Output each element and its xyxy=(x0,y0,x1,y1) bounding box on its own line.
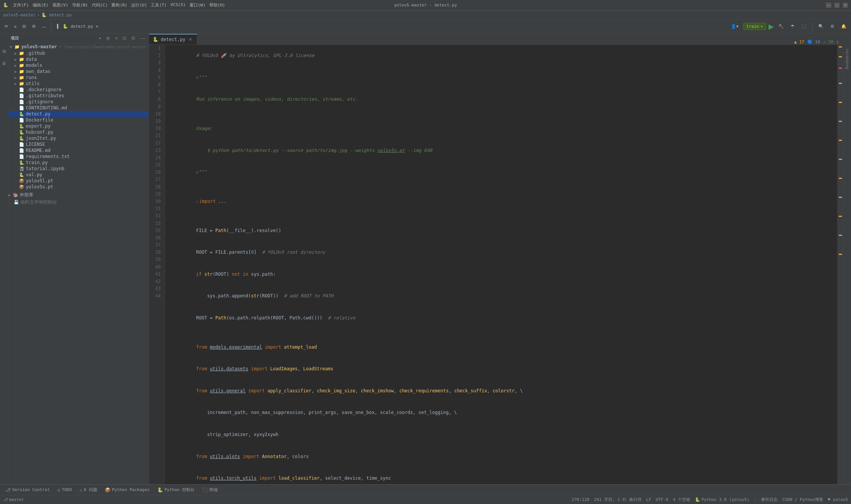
tree-item-github[interactable]: ▶ 📁 .github xyxy=(8,50,149,56)
tree-item-tutorial[interactable]: 📓 tutorial.ipynb xyxy=(8,166,149,172)
tree-item-license[interactable]: 📄 LICENSE xyxy=(8,141,149,147)
breadcrumb-file[interactable]: 🐍 detect.py xyxy=(41,13,72,17)
ln-8: 8 xyxy=(149,96,162,103)
tree-item-own-datas[interactable]: ▶ 📁 own_datas xyxy=(8,68,149,74)
menu-view[interactable]: 视图(V) xyxy=(52,2,68,8)
tree-item-runs[interactable]: ▶ 📁 runs xyxy=(8,74,149,81)
tree-item-train[interactable]: 🐍 train.py xyxy=(8,160,149,166)
find-button[interactable]: 🔍 xyxy=(816,22,826,32)
coverage-button[interactable]: ☂ xyxy=(788,22,797,32)
version-control-tab[interactable]: ⎇ Version Control xyxy=(2,487,54,493)
tree-item-requirements[interactable]: 📄 requirements.txt xyxy=(8,153,149,160)
user-icon-button[interactable]: 👤▾ xyxy=(729,22,741,32)
tree-root[interactable]: ▼ 📁 yolov5-master C:\Users\xieji\Downloa… xyxy=(8,43,149,50)
panel-more-button[interactable]: — xyxy=(139,35,146,41)
panel-collapse-all-button[interactable]: ≡ xyxy=(114,35,119,41)
menu-navigate[interactable]: 导航(N) xyxy=(72,2,88,8)
editor-tab-detect[interactable]: 🐍 detect.py ✕ xyxy=(149,34,197,44)
run-button[interactable]: ▶ xyxy=(769,22,774,31)
line-ending-status[interactable]: LF xyxy=(646,497,651,502)
bookmarks-tab[interactable]: 书签 xyxy=(2,68,7,68)
menu-bar: 文件(F) 编辑(E) 视图(V) 导航(N) 代码(C) 重构(R) 运行(U… xyxy=(13,2,225,8)
menu-window[interactable]: 窗口(W) xyxy=(190,2,206,8)
run-config-selector[interactable]: train ▾ xyxy=(743,23,766,30)
panel-filter-button[interactable]: ⊟ xyxy=(121,35,128,41)
python-version-status[interactable]: 🐍 Python 3.8 (yolov5) xyxy=(695,497,749,502)
breadcrumb-project[interactable]: yolov5-master xyxy=(3,13,36,17)
tree-item-dockerignore[interactable]: 📄 .dockerignore xyxy=(8,87,149,93)
panel-title: 项目 xyxy=(11,35,96,41)
notification-button[interactable]: 🔔 xyxy=(839,22,849,32)
settings-button[interactable]: ⚙ xyxy=(828,22,837,32)
settings-panel-button[interactable]: ⚙ xyxy=(30,22,38,32)
menu-run[interactable]: 运行(U) xyxy=(131,2,147,8)
version-control-icon: ⎇ xyxy=(5,487,11,493)
ln-37: 37 xyxy=(149,242,162,249)
tab-close-button[interactable]: ✕ xyxy=(188,37,193,42)
bookmarks-sidebar-label[interactable]: Bookmarks xyxy=(845,49,849,69)
tree-item-export[interactable]: 🐍 export.py xyxy=(8,123,149,129)
tree-item-json2txt[interactable]: 🐍 json2txt.py xyxy=(8,135,149,141)
title-bar-title: yolov5-master - detect.py xyxy=(394,3,457,8)
code-line-26: from utils.datasets import LoadImages, L… xyxy=(169,358,834,380)
maximize-button[interactable]: □ xyxy=(834,3,840,8)
menu-vcs[interactable]: VCS(S) xyxy=(171,2,186,8)
code-content[interactable]: # YOLOv5 🚀 by Ultralytics, GPL-3.0 licen… xyxy=(165,45,837,484)
tree-item-gitignore[interactable]: 📄 .gitignore xyxy=(8,99,149,105)
python-packages-tab[interactable]: 📦 Python Packages xyxy=(101,487,153,493)
tree-item-yolov5s[interactable]: 📦 yolov5s.pt xyxy=(8,184,149,190)
tree-item-external[interactable]: ▶ 📚 外部库 xyxy=(8,191,149,199)
menu-file[interactable]: 文件(F) xyxy=(13,2,29,8)
sync-button[interactable]: ⟳ xyxy=(2,22,10,32)
tree-item-scratch[interactable]: 💾 临时文件和控制台 xyxy=(8,199,149,206)
tree-item-readme[interactable]: 📄 README.md xyxy=(8,147,149,153)
right-sidebar: Bookmarks xyxy=(843,33,851,484)
content-area: 结构 书签 项目 ▾ ⊕ ≡ ⊟ ⚙ — ▼ 📁 yolov5-master C… xyxy=(0,33,851,484)
git-heart-status[interactable]: ♥ yolov5 xyxy=(828,497,848,502)
tree-item-models[interactable]: ▶ 📁 models xyxy=(8,62,149,68)
cursor-position-status[interactable]: 270:120 xyxy=(572,497,589,502)
menu-code[interactable]: 代码(C) xyxy=(92,2,108,8)
panel-dropdown[interactable]: ▾ xyxy=(99,36,101,40)
structure-tab[interactable]: 结构 xyxy=(2,56,7,57)
menu-refactor[interactable]: 重构(R) xyxy=(111,2,127,8)
panel-locate-button[interactable]: ⊕ xyxy=(105,35,111,41)
breadcrumb-sep1: › xyxy=(37,13,40,17)
ln-25: 25 xyxy=(149,161,162,169)
python-console-tab[interactable]: 🐍 Python 控制台 xyxy=(153,486,198,493)
tree-item-dockerfile[interactable]: 📄 Dockerfile xyxy=(8,117,149,123)
fold-arrow[interactable]: ∧ xyxy=(836,39,839,44)
stop-button[interactable]: ⬛ xyxy=(799,22,809,32)
encoding-status[interactable]: UTF-8 xyxy=(656,497,668,502)
close-button[interactable]: ✕ xyxy=(843,3,848,8)
filter-button[interactable]: ⊟ xyxy=(20,22,28,32)
indent-status[interactable]: 4 个空格 xyxy=(673,497,690,502)
tree-item-val[interactable]: 🐍 val.py xyxy=(8,172,149,178)
collapse-button[interactable]: ≡ xyxy=(12,22,19,32)
ln-35: 35 xyxy=(149,227,162,234)
terminal-tab[interactable]: ⬛ 终端 xyxy=(198,486,221,493)
menu-edit[interactable]: 编辑(E) xyxy=(33,2,49,8)
tree-item-detect[interactable]: 🐍 detect.py xyxy=(8,111,149,117)
code-line-8 xyxy=(169,183,834,191)
minimize-button[interactable]: — xyxy=(826,3,831,8)
problems-tab[interactable]: ⚠ 0 问题 xyxy=(76,486,101,493)
tree-item-gitattributes[interactable]: 📄 .gitattributes xyxy=(8,93,149,99)
git-branch-status[interactable]: ⎇ master xyxy=(3,497,24,502)
menu-tools[interactable]: 工具(T) xyxy=(151,2,167,8)
tree-item-contributing[interactable]: 📄 CONTRIBUTING.md xyxy=(8,105,149,111)
tree-item-utils[interactable]: ▶ 📁 utils xyxy=(8,81,149,87)
python-version-label: Python 3.8 (yolov5) xyxy=(701,497,749,502)
event-log-status[interactable]: 事件日志 xyxy=(761,497,778,502)
ln-31: 31 xyxy=(149,205,162,212)
tree-item-hubconf[interactable]: 🐍 hubconf.py xyxy=(8,129,149,135)
tree-item-data[interactable]: ▶ 📁 data xyxy=(8,56,149,62)
detect-tab-btn[interactable]: 🐍 detect.py ✕ xyxy=(61,24,100,29)
panel-settings-button[interactable]: ⚙ xyxy=(130,35,137,41)
build-button[interactable]: 🔨 xyxy=(776,22,786,32)
tree-item-yolov5l[interactable]: 📦 yolov5l.pt xyxy=(8,178,149,184)
todo-tab[interactable]: ☑ TODO xyxy=(54,487,76,493)
more-button[interactable]: — xyxy=(40,22,48,32)
csdn-status[interactable]: CSDN / Python博客 xyxy=(782,497,823,502)
menu-help[interactable]: 帮助(H) xyxy=(209,2,225,8)
